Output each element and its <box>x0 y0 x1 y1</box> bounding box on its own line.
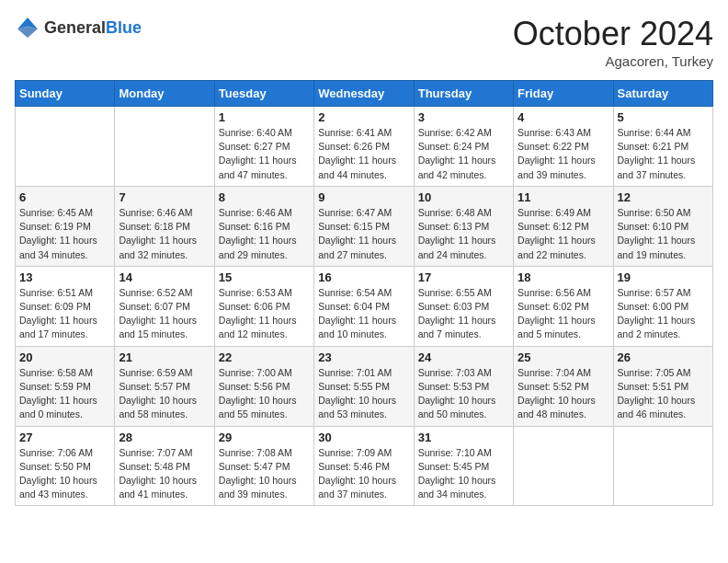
day-number: 22 <box>219 350 310 364</box>
day-info: Sunrise: 7:01 AMSunset: 5:55 PMDaylight:… <box>318 366 409 422</box>
location-subtitle: Agacoren, Turkey <box>513 53 713 69</box>
day-number: 27 <box>19 431 110 444</box>
calendar-cell: 4Sunrise: 6:43 AMSunset: 6:22 PMDaylight… <box>514 107 613 187</box>
calendar-cell: 15Sunrise: 6:53 AMSunset: 6:06 PMDayligh… <box>214 266 313 346</box>
calendar-cell: 23Sunrise: 7:01 AMSunset: 5:55 PMDayligh… <box>314 346 414 426</box>
day-number: 15 <box>219 270 310 284</box>
col-header-wednesday: Wednesday <box>314 81 414 107</box>
day-info: Sunrise: 6:57 AMSunset: 6:00 PMDaylight:… <box>618 286 709 342</box>
day-number: 16 <box>318 270 409 284</box>
calendar-cell: 2Sunrise: 6:41 AMSunset: 6:26 PMDaylight… <box>314 107 414 187</box>
day-info: Sunrise: 6:48 AMSunset: 6:13 PMDaylight:… <box>418 206 509 262</box>
col-header-friday: Friday <box>514 81 613 107</box>
col-header-tuesday: Tuesday <box>214 81 313 107</box>
day-info: Sunrise: 6:54 AMSunset: 6:04 PMDaylight:… <box>318 286 409 342</box>
page-header: GeneralBlue October 2024 Agacoren, Turke… <box>15 15 713 69</box>
day-info: Sunrise: 6:52 AMSunset: 6:07 PMDaylight:… <box>119 286 210 342</box>
calendar-cell: 8Sunrise: 6:46 AMSunset: 6:16 PMDaylight… <box>214 186 313 266</box>
calendar-cell <box>514 426 613 506</box>
day-info: Sunrise: 7:09 AMSunset: 5:46 PMDaylight:… <box>318 446 409 502</box>
title-block: October 2024 Agacoren, Turkey <box>513 15 713 69</box>
day-number: 29 <box>219 431 310 444</box>
calendar-cell: 3Sunrise: 6:42 AMSunset: 6:24 PMDaylight… <box>414 107 513 187</box>
day-info: Sunrise: 6:40 AMSunset: 6:27 PMDaylight:… <box>219 126 310 182</box>
calendar-cell: 28Sunrise: 7:07 AMSunset: 5:48 PMDayligh… <box>115 426 214 506</box>
col-header-thursday: Thursday <box>414 81 513 107</box>
day-number: 4 <box>518 110 609 124</box>
day-number: 1 <box>219 110 310 124</box>
day-info: Sunrise: 7:05 AMSunset: 5:51 PMDaylight:… <box>618 366 709 422</box>
calendar-table: SundayMondayTuesdayWednesdayThursdayFrid… <box>15 80 713 506</box>
calendar-cell: 16Sunrise: 6:54 AMSunset: 6:04 PMDayligh… <box>314 266 414 346</box>
day-number: 6 <box>19 190 110 204</box>
day-info: Sunrise: 7:08 AMSunset: 5:47 PMDaylight:… <box>219 446 310 502</box>
day-info: Sunrise: 7:10 AMSunset: 5:45 PMDaylight:… <box>418 446 509 502</box>
calendar-cell: 25Sunrise: 7:04 AMSunset: 5:52 PMDayligh… <box>514 346 613 426</box>
day-info: Sunrise: 6:43 AMSunset: 6:22 PMDaylight:… <box>518 126 609 182</box>
week-row-4: 20Sunrise: 6:58 AMSunset: 5:59 PMDayligh… <box>16 346 713 426</box>
day-number: 28 <box>119 431 210 444</box>
calendar-cell: 22Sunrise: 7:00 AMSunset: 5:56 PMDayligh… <box>214 346 313 426</box>
calendar-cell: 21Sunrise: 6:59 AMSunset: 5:57 PMDayligh… <box>115 346 214 426</box>
month-title: October 2024 <box>513 15 713 53</box>
day-number: 21 <box>119 350 210 364</box>
day-info: Sunrise: 6:49 AMSunset: 6:12 PMDaylight:… <box>518 206 609 262</box>
day-number: 8 <box>219 190 310 204</box>
day-number: 11 <box>518 190 609 204</box>
day-info: Sunrise: 6:46 AMSunset: 6:16 PMDaylight:… <box>219 206 310 262</box>
calendar-cell: 18Sunrise: 6:56 AMSunset: 6:02 PMDayligh… <box>514 266 613 346</box>
calendar-cell: 29Sunrise: 7:08 AMSunset: 5:47 PMDayligh… <box>214 426 313 506</box>
calendar-cell: 11Sunrise: 6:49 AMSunset: 6:12 PMDayligh… <box>514 186 613 266</box>
week-row-1: 1Sunrise: 6:40 AMSunset: 6:27 PMDaylight… <box>16 107 713 187</box>
day-info: Sunrise: 7:07 AMSunset: 5:48 PMDaylight:… <box>119 446 210 502</box>
week-row-5: 27Sunrise: 7:06 AMSunset: 5:50 PMDayligh… <box>16 426 713 506</box>
day-number: 18 <box>518 270 609 284</box>
calendar-cell <box>613 426 712 506</box>
day-info: Sunrise: 6:45 AMSunset: 6:19 PMDaylight:… <box>19 206 110 262</box>
calendar-cell: 19Sunrise: 6:57 AMSunset: 6:00 PMDayligh… <box>613 266 712 346</box>
calendar-cell: 10Sunrise: 6:48 AMSunset: 6:13 PMDayligh… <box>414 186 513 266</box>
day-number: 25 <box>518 350 609 364</box>
week-row-2: 6Sunrise: 6:45 AMSunset: 6:19 PMDaylight… <box>16 186 713 266</box>
day-number: 30 <box>318 431 409 444</box>
calendar-cell <box>16 107 115 187</box>
col-header-monday: Monday <box>115 81 214 107</box>
calendar-cell: 30Sunrise: 7:09 AMSunset: 5:46 PMDayligh… <box>314 426 414 506</box>
calendar-cell: 9Sunrise: 6:47 AMSunset: 6:15 PMDaylight… <box>314 186 414 266</box>
day-number: 26 <box>618 350 709 364</box>
calendar-header-row: SundayMondayTuesdayWednesdayThursdayFrid… <box>16 81 713 107</box>
day-info: Sunrise: 6:51 AMSunset: 6:09 PMDaylight:… <box>19 286 110 342</box>
day-info: Sunrise: 7:03 AMSunset: 5:53 PMDaylight:… <box>418 366 509 422</box>
day-number: 12 <box>618 190 709 204</box>
day-number: 7 <box>119 190 210 204</box>
col-header-saturday: Saturday <box>613 81 712 107</box>
logo-general-text: General <box>44 18 106 37</box>
calendar-cell: 12Sunrise: 6:50 AMSunset: 6:10 PMDayligh… <box>613 186 712 266</box>
day-info: Sunrise: 7:00 AMSunset: 5:56 PMDaylight:… <box>219 366 310 422</box>
day-info: Sunrise: 6:58 AMSunset: 5:59 PMDaylight:… <box>19 366 110 422</box>
day-info: Sunrise: 6:50 AMSunset: 6:10 PMDaylight:… <box>618 206 709 262</box>
calendar-cell: 13Sunrise: 6:51 AMSunset: 6:09 PMDayligh… <box>16 266 115 346</box>
day-info: Sunrise: 6:42 AMSunset: 6:24 PMDaylight:… <box>418 126 509 182</box>
calendar-cell: 5Sunrise: 6:44 AMSunset: 6:21 PMDaylight… <box>613 107 712 187</box>
logo-blue-text: Blue <box>106 18 142 37</box>
logo: GeneralBlue <box>15 15 142 40</box>
day-info: Sunrise: 6:59 AMSunset: 5:57 PMDaylight:… <box>119 366 210 422</box>
day-number: 17 <box>418 270 509 284</box>
day-number: 2 <box>318 110 409 124</box>
calendar-cell <box>115 107 214 187</box>
day-info: Sunrise: 6:53 AMSunset: 6:06 PMDaylight:… <box>219 286 310 342</box>
day-info: Sunrise: 7:06 AMSunset: 5:50 PMDaylight:… <box>19 446 110 502</box>
day-info: Sunrise: 6:46 AMSunset: 6:18 PMDaylight:… <box>119 206 210 262</box>
day-info: Sunrise: 6:44 AMSunset: 6:21 PMDaylight:… <box>618 126 709 182</box>
calendar-cell: 27Sunrise: 7:06 AMSunset: 5:50 PMDayligh… <box>16 426 115 506</box>
day-number: 19 <box>618 270 709 284</box>
calendar-cell: 24Sunrise: 7:03 AMSunset: 5:53 PMDayligh… <box>414 346 513 426</box>
day-number: 9 <box>318 190 409 204</box>
day-number: 13 <box>19 270 110 284</box>
calendar-cell: 17Sunrise: 6:55 AMSunset: 6:03 PMDayligh… <box>414 266 513 346</box>
calendar-cell: 6Sunrise: 6:45 AMSunset: 6:19 PMDaylight… <box>16 186 115 266</box>
day-info: Sunrise: 6:55 AMSunset: 6:03 PMDaylight:… <box>418 286 509 342</box>
calendar-cell: 7Sunrise: 6:46 AMSunset: 6:18 PMDaylight… <box>115 186 214 266</box>
calendar-cell: 26Sunrise: 7:05 AMSunset: 5:51 PMDayligh… <box>613 346 712 426</box>
